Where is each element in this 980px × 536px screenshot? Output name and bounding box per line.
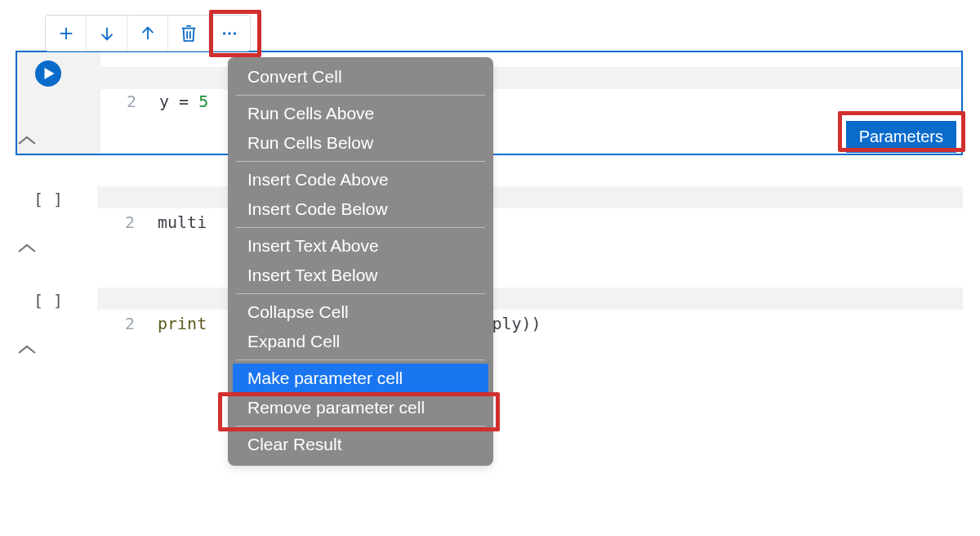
menu-separator — [236, 227, 485, 228]
menu-separator — [236, 426, 485, 427]
move-down-button[interactable] — [87, 16, 127, 51]
svg-point-9 — [234, 32, 236, 34]
more-actions-button[interactable] — [209, 16, 250, 51]
menu-insert-code-above[interactable]: Insert Code Above — [231, 165, 490, 194]
add-cell-button[interactable] — [46, 16, 87, 51]
plus-icon — [57, 25, 75, 42]
menu-insert-text-above[interactable]: Insert Text Above — [231, 231, 490, 261]
menu-expand-cell[interactable]: Expand Cell — [231, 327, 490, 356]
execution-bracket: [ ] — [33, 190, 63, 209]
menu-make-parameter-cell[interactable]: Make parameter cell — [233, 364, 488, 393]
svg-point-7 — [223, 32, 225, 34]
arrow-down-icon — [98, 25, 116, 42]
menu-convert-cell[interactable]: Convert Cell — [231, 62, 490, 92]
menu-separator — [236, 360, 485, 360]
svg-point-8 — [228, 32, 230, 34]
cell-toolbar — [45, 15, 251, 51]
chevron-up-icon — [16, 134, 38, 147]
code-row-bg — [97, 186, 963, 208]
menu-run-cells-below[interactable]: Run Cells Below — [231, 128, 490, 158]
line-number: 2 — [99, 312, 135, 335]
play-icon — [44, 68, 55, 79]
svg-marker-10 — [44, 68, 54, 79]
cell-gutter: [ ] — [16, 281, 99, 348]
run-cell-button[interactable] — [35, 60, 61, 87]
menu-separator — [236, 95, 485, 96]
code-row-bg — [97, 288, 963, 310]
move-up-button[interactable] — [127, 16, 168, 51]
cell-gutter: [ ] — [16, 180, 99, 247]
menu-run-cells-above[interactable]: Run Cells Above — [231, 99, 490, 128]
line-number: 2 — [99, 211, 135, 234]
ellipsis-icon — [220, 25, 238, 42]
menu-collapse-cell[interactable]: Collapse Cell — [231, 297, 490, 327]
menu-insert-code-below[interactable]: Insert Code Below — [231, 194, 490, 224]
menu-insert-text-below[interactable]: Insert Text Below — [231, 261, 490, 290]
trash-icon — [180, 24, 198, 43]
line-number: 2 — [100, 90, 136, 113]
delete-cell-button[interactable] — [168, 16, 209, 51]
menu-clear-result[interactable]: Clear Result — [231, 430, 490, 459]
chevron-up-icon — [16, 343, 38, 356]
arrow-up-icon — [139, 25, 157, 42]
notebook-root: 1 2 x = 2 y = 5 Parameters [ ] 1 2 addit… — [16, 15, 963, 360]
cell-context-menu: Convert Cell Run Cells Above Run Cells B… — [228, 57, 493, 466]
chevron-up-icon — [16, 242, 38, 255]
parameters-badge: Parameters — [846, 121, 956, 153]
menu-remove-parameter-cell[interactable]: Remove parameter cell — [231, 393, 490, 422]
menu-separator — [236, 161, 485, 162]
execution-bracket: [ ] — [33, 291, 63, 310]
menu-separator — [236, 293, 485, 294]
